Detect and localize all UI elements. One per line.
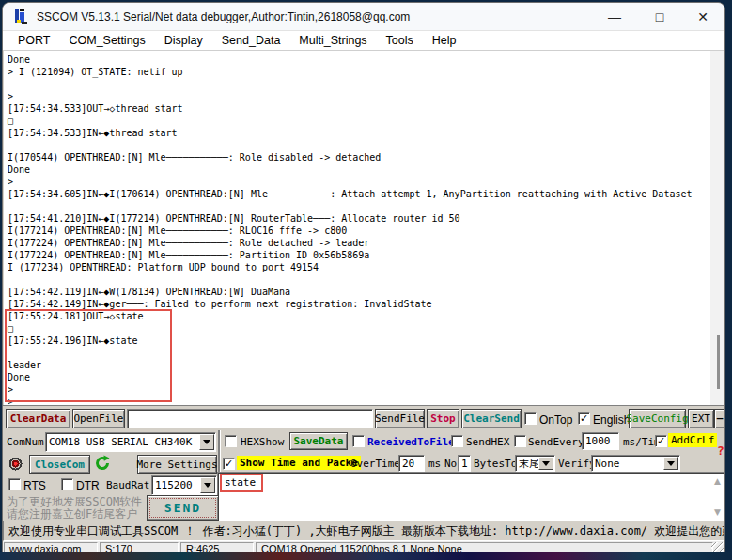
menu-multi-strings[interactable]: Multi_Strings bbox=[289, 32, 376, 49]
info-bar: 欢迎使用专业串口调试工具SSCOM ！ 作者:习小猛(丁丁) ,大虾电子网版主 … bbox=[3, 521, 724, 541]
received-to-file-checkbox[interactable] bbox=[352, 435, 365, 447]
byte-index-input[interactable]: 1 bbox=[458, 455, 471, 472]
hexshow-label: HEXShow bbox=[241, 436, 284, 448]
send-text-area[interactable]: state ▲ ▼ bbox=[217, 472, 724, 521]
more-settings-button[interactable]: More Settings bbox=[137, 455, 217, 474]
stop-button[interactable]: Stop bbox=[427, 409, 459, 428]
bytes-to-label: BytesTo bbox=[474, 458, 517, 470]
received-to-file-label: ReceivedToFile bbox=[367, 436, 455, 448]
info-bar-text: 欢迎使用专业串口调试工具SSCOM ！ 作者:习小猛(丁丁) ,大虾电子网版主 … bbox=[8, 523, 724, 539]
send-every-checkbox[interactable] bbox=[514, 435, 526, 447]
verify-select[interactable]: None bbox=[591, 455, 680, 472]
annotation-box bbox=[5, 309, 172, 402]
terminal-scrollbar-thumb[interactable] bbox=[717, 335, 720, 389]
show-time-label: Show Time and Packe bbox=[237, 456, 361, 470]
com-port-select[interactable]: COM18 USB-SERIAL CH340K bbox=[45, 432, 216, 452]
hexshow-checkbox[interactable] bbox=[225, 435, 237, 447]
collapse-button[interactable]: — bbox=[714, 409, 725, 428]
send-hex-checkbox[interactable] bbox=[451, 435, 463, 447]
english-checkbox[interactable] bbox=[578, 412, 590, 425]
help-hint: ? bbox=[717, 443, 724, 458]
menu-com-settings[interactable]: COM_Settings bbox=[60, 32, 155, 49]
terminal-scrollbar[interactable] bbox=[710, 51, 725, 405]
com-port-dropdown-arrow[interactable] bbox=[199, 434, 214, 450]
panel-divider bbox=[218, 430, 220, 477]
record-icon bbox=[8, 457, 23, 471]
position-dropdown-arrow[interactable] bbox=[538, 457, 553, 470]
scroll-up-icon[interactable]: ▲ bbox=[714, 476, 721, 486]
baudrate-value: 115200 bbox=[155, 479, 193, 491]
close-button[interactable]: ✕ bbox=[683, 3, 723, 31]
com-port-value: COM18 USB-SERIAL CH340K bbox=[49, 436, 192, 448]
menu-port[interactable]: PORT bbox=[8, 32, 60, 49]
add-crlf-label: AddCrLf bbox=[668, 433, 717, 447]
baudrate-dropdown-arrow[interactable] bbox=[200, 477, 215, 493]
chevron-down-icon bbox=[203, 440, 210, 444]
menu-bar: PORT COM_Settings Display Send_Data Mult… bbox=[3, 31, 724, 51]
promo-line-2: 请您注册嘉立创F结尾客户 bbox=[7, 508, 142, 521]
control-panel: ClearData OpenFile SendFile Stop ClearSe… bbox=[3, 405, 724, 521]
send-hex-label: SendHEX bbox=[466, 436, 509, 448]
position-select[interactable]: 末尾 bbox=[515, 455, 555, 472]
no-label: No bbox=[444, 458, 457, 470]
send-file-button[interactable]: SendFile bbox=[375, 409, 425, 428]
close-com-button[interactable]: CloseCom bbox=[29, 455, 90, 474]
open-file-button[interactable]: OpenFile bbox=[72, 409, 125, 428]
send-button[interactable]: SEND bbox=[147, 495, 219, 521]
title-bar: SSCOM V5.13.1 Serial/Net data debugger,A… bbox=[3, 3, 724, 31]
chevron-down-icon bbox=[204, 483, 211, 488]
window-title: SSCOM V5.13.1 Serial/Net data debugger,A… bbox=[37, 10, 410, 23]
send-text-annotation: state bbox=[220, 474, 263, 492]
send-interval-input[interactable]: 1000 bbox=[582, 432, 619, 450]
baudrate-label: BaudRat bbox=[106, 479, 149, 491]
ontop-label: OnTop bbox=[539, 413, 572, 427]
ontop-checkbox[interactable] bbox=[524, 412, 537, 425]
baudrate-select[interactable]: 115200 bbox=[151, 475, 217, 495]
ext-button[interactable]: EXT bbox=[688, 409, 714, 428]
ms-label: ms bbox=[428, 458, 441, 470]
desktop-background bbox=[0, 552, 732, 560]
save-config-button[interactable]: SaveConfig bbox=[629, 409, 686, 428]
chevron-down-icon bbox=[667, 461, 675, 466]
menu-send-data[interactable]: Send_Data bbox=[212, 32, 290, 49]
promo-text: 为了更好地发展SSCOM软件 请您注册嘉立创F结尾客户 bbox=[7, 496, 142, 521]
save-data-button[interactable]: SaveData bbox=[289, 432, 348, 450]
maximize-button[interactable]: □ bbox=[640, 3, 679, 31]
app-window: SSCOM V5.13.1 Serial/Net data debugger,A… bbox=[2, 2, 725, 555]
refresh-icon[interactable] bbox=[94, 455, 111, 472]
menu-help[interactable]: Help bbox=[423, 32, 466, 49]
overtime-input[interactable]: 20 bbox=[398, 455, 425, 472]
menu-tools[interactable]: Tools bbox=[377, 32, 423, 49]
app-icon bbox=[13, 8, 29, 25]
show-time-checkbox[interactable] bbox=[223, 458, 235, 470]
verify-value: None bbox=[595, 458, 620, 470]
clear-send-button[interactable]: ClearSend bbox=[461, 409, 522, 428]
chevron-down-icon bbox=[542, 461, 550, 466]
english-label: English bbox=[593, 413, 630, 427]
file-path-input[interactable] bbox=[127, 409, 373, 428]
dtr-checkbox[interactable] bbox=[61, 478, 73, 490]
minimize-button[interactable]: — bbox=[595, 3, 634, 31]
receive-log-area[interactable]: Done > I (121094) OT_STATE: netif up > [… bbox=[4, 51, 725, 405]
menu-display[interactable]: Display bbox=[155, 32, 212, 49]
scroll-down-icon[interactable]: ▼ bbox=[714, 507, 721, 517]
clear-data-button[interactable]: ClearData bbox=[6, 409, 70, 428]
add-crlf-checkbox[interactable] bbox=[655, 435, 667, 447]
dtr-label: DTR bbox=[76, 479, 100, 492]
comnum-label: ComNum bbox=[7, 436, 44, 448]
rts-label: RTS bbox=[23, 479, 46, 492]
position-value: 末尾 bbox=[519, 457, 539, 471]
rts-checkbox[interactable] bbox=[8, 478, 21, 490]
verify-label: Verify bbox=[558, 458, 596, 470]
verify-dropdown-arrow[interactable] bbox=[663, 457, 678, 470]
